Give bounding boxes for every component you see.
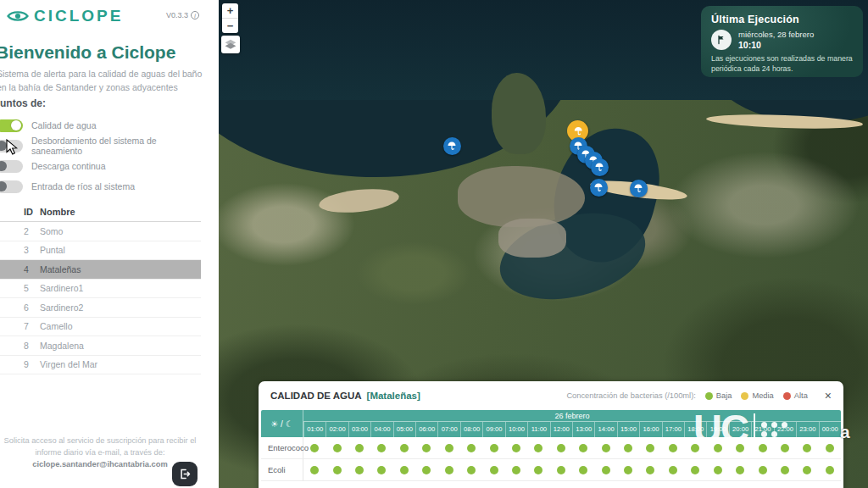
measure-cell[interactable] bbox=[415, 437, 437, 459]
toggle-label: Calidad de agua bbox=[31, 120, 96, 130]
measure-cell[interactable] bbox=[527, 437, 549, 459]
station-row[interactable]: 6Sardinero2 bbox=[0, 298, 201, 318]
station-row[interactable]: 3Puntal bbox=[0, 241, 201, 261]
station-row[interactable]: 7Camello bbox=[0, 318, 201, 337]
station-table-body: 2Somo3Puntal4Mataleñas5Sardinero16Sardin… bbox=[0, 222, 201, 374]
station-row[interactable]: 4Mataleñas bbox=[0, 260, 201, 280]
measure-cell[interactable] bbox=[662, 437, 684, 459]
ciclope-eye-icon bbox=[7, 8, 29, 25]
measure-cell[interactable] bbox=[482, 459, 504, 481]
measure-cell[interactable] bbox=[729, 459, 751, 481]
station-marker[interactable] bbox=[591, 158, 609, 176]
measure-cell[interactable] bbox=[617, 459, 639, 481]
hour-label: 00:00 bbox=[819, 422, 841, 437]
measure-label: Enterococo bbox=[261, 437, 303, 459]
measure-cell[interactable] bbox=[550, 459, 572, 481]
measure-cell[interactable] bbox=[326, 437, 348, 459]
measure-cell[interactable] bbox=[393, 437, 415, 459]
measure-cell[interactable] bbox=[706, 459, 728, 481]
info-icon[interactable]: i bbox=[191, 11, 199, 19]
toggle-switch[interactable] bbox=[0, 180, 23, 193]
legend-label: Concentración de bacterias (/100ml): bbox=[566, 391, 695, 400]
measure-cell[interactable] bbox=[393, 459, 415, 481]
measurement-dot-icon bbox=[534, 444, 542, 452]
measurement-dot-icon bbox=[512, 466, 520, 474]
measure-cell[interactable] bbox=[684, 437, 706, 459]
measure-cell[interactable] bbox=[482, 437, 504, 459]
station-row[interactable]: 2Somo bbox=[0, 222, 201, 241]
station-id: 4 bbox=[0, 264, 32, 274]
toggle-descarga-continua[interactable]: Descarga continua bbox=[0, 156, 207, 176]
close-icon[interactable]: × bbox=[825, 390, 832, 402]
measure-cell[interactable] bbox=[662, 459, 684, 481]
measure-cell[interactable] bbox=[639, 437, 661, 459]
station-marker[interactable] bbox=[590, 179, 608, 197]
measure-cell[interactable] bbox=[326, 459, 348, 481]
station-table: ID Nombre 2Somo3Puntal4Mataleñas5Sardine… bbox=[0, 202, 201, 374]
measure-cell[interactable] bbox=[370, 459, 392, 481]
measure-cell[interactable] bbox=[505, 459, 527, 481]
measure-cell[interactable] bbox=[819, 459, 841, 481]
measure-cell[interactable] bbox=[303, 459, 326, 481]
measure-cell[interactable] bbox=[527, 459, 549, 481]
measure-cell[interactable] bbox=[415, 459, 437, 481]
measure-cell[interactable] bbox=[460, 437, 482, 459]
beach-umbrella-icon bbox=[447, 141, 457, 151]
measure-cell[interactable] bbox=[572, 437, 594, 459]
hour-label: 21:00 bbox=[751, 422, 773, 437]
measurement-dot-icon bbox=[557, 444, 565, 452]
measure-cell[interactable] bbox=[348, 459, 370, 481]
measure-cell[interactable] bbox=[751, 437, 773, 459]
measurement-dot-icon bbox=[355, 444, 364, 452]
measurement-dot-icon bbox=[355, 466, 364, 474]
measure-cell[interactable] bbox=[348, 437, 370, 459]
measure-cell[interactable] bbox=[751, 459, 773, 481]
measure-cell[interactable] bbox=[774, 459, 796, 481]
measure-cell[interactable] bbox=[572, 459, 594, 481]
station-row[interactable]: 9Virgen del Mar bbox=[0, 356, 201, 375]
satellite-map[interactable]: + − Última Ejecución miércoles, 28 f bbox=[219, 0, 868, 488]
station-marker[interactable] bbox=[443, 137, 461, 155]
station-row[interactable]: 8Magdalena bbox=[0, 336, 201, 356]
execution-title: Última Ejecución bbox=[711, 14, 853, 25]
measure-cell[interactable] bbox=[639, 459, 661, 481]
measure-cell[interactable] bbox=[684, 459, 706, 481]
zoom-in-button[interactable]: + bbox=[222, 3, 238, 18]
measure-cell[interactable] bbox=[617, 437, 639, 459]
measure-cell[interactable] bbox=[729, 437, 751, 459]
measure-cell[interactable] bbox=[437, 459, 459, 481]
toggle-switch[interactable] bbox=[0, 119, 23, 132]
zoom-out-button[interactable]: − bbox=[222, 19, 238, 33]
hour-label: 06:00 bbox=[415, 422, 437, 437]
measurement-dot-icon bbox=[445, 466, 453, 474]
logout-button[interactable] bbox=[172, 462, 198, 486]
layers-button[interactable] bbox=[221, 36, 240, 53]
date-header: 26 febrero bbox=[303, 410, 841, 422]
measure-cell[interactable] bbox=[819, 437, 841, 459]
measure-cell[interactable] bbox=[303, 437, 326, 459]
measurement-dot-icon bbox=[714, 466, 722, 474]
beach-umbrella-icon bbox=[593, 182, 604, 192]
measure-cell[interactable] bbox=[370, 437, 392, 459]
measure-cell[interactable] bbox=[594, 437, 616, 459]
toggle-entrada-rios[interactable]: Entrada de ríos al sistema bbox=[0, 176, 207, 197]
measure-cell[interactable] bbox=[796, 437, 818, 459]
measure-cell[interactable] bbox=[460, 459, 482, 481]
measure-cell[interactable] bbox=[505, 437, 527, 459]
station-marker[interactable] bbox=[630, 180, 648, 197]
toggle-desbordamiento[interactable]: Desbordamiento del sistema de saneamient… bbox=[0, 136, 207, 156]
measurement-dot-icon bbox=[646, 444, 654, 452]
measure-cell[interactable] bbox=[796, 459, 818, 481]
toggle-switch[interactable] bbox=[0, 140, 23, 152]
hour-label: 19:00 bbox=[706, 422, 728, 437]
measure-cell[interactable] bbox=[437, 437, 459, 459]
station-id: 6 bbox=[0, 302, 32, 313]
measure-cell[interactable] bbox=[594, 459, 616, 481]
day-night-toggle[interactable]: ☀ / ☾ bbox=[261, 410, 303, 437]
station-row[interactable]: 5Sardinero1 bbox=[0, 280, 201, 299]
measure-cell[interactable] bbox=[550, 437, 572, 459]
measure-cell[interactable] bbox=[706, 437, 728, 459]
toggle-calidad-agua[interactable]: Calidad de agua bbox=[0, 115, 207, 136]
toggle-switch[interactable] bbox=[0, 160, 23, 173]
measure-cell[interactable] bbox=[774, 437, 796, 459]
